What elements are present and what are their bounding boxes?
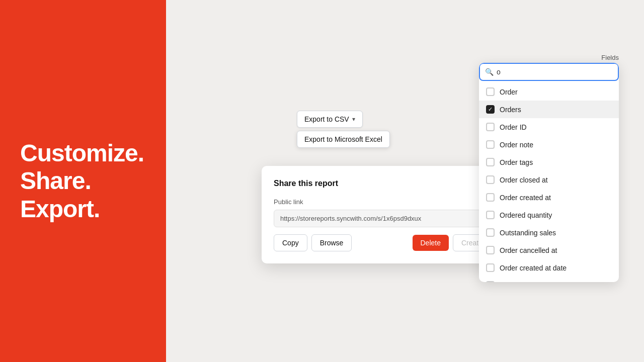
checkbox-outstanding-sales [486, 228, 495, 237]
share-dialog-title: Share this report [274, 179, 338, 188]
checkbox-order-closed-at [486, 175, 495, 184]
search-icon: 🔍 [485, 68, 494, 76]
field-item-order-created-at[interactable]: Order created at [479, 189, 619, 206]
field-label-order-closed-at: Order closed at [500, 176, 548, 184]
headline: Customize. Share. Export. [20, 139, 144, 223]
share-actions: Copy Browse Delete Create [274, 234, 491, 251]
field-label-order: Order [500, 88, 518, 96]
share-dialog-header: Share this report ✕ [274, 178, 491, 189]
share-dialog: Share this report ✕ Public link Copy Bro… [262, 166, 503, 263]
delete-button[interactable]: Delete [413, 235, 449, 251]
fields-panel: 🔍 Order✓OrdersOrder IDOrder noteOrder ta… [479, 63, 619, 282]
field-item-orders[interactable]: ✓Orders [479, 101, 619, 118]
export-csv-label: Export to CSV [304, 115, 349, 123]
checkbox-order-cancelled-at-date [486, 281, 495, 282]
field-item-order-closed-at[interactable]: Order closed at [479, 171, 619, 189]
field-label-order-created-at-date: Order created at date [500, 264, 567, 272]
field-item-order-note[interactable]: Order note [479, 136, 619, 153]
field-item-order[interactable]: Order [479, 83, 619, 101]
field-label-orders: Orders [500, 106, 521, 114]
field-label-outstanding-sales: Outstanding sales [500, 229, 556, 237]
public-link-label: Public link [274, 198, 491, 206]
export-area: Export to CSV ▾ Export to Microsoft Exce… [297, 111, 390, 148]
field-item-ordered-quantity[interactable]: Ordered quantity [479, 206, 619, 224]
export-excel-label: Export to Microsoft Excel [304, 135, 382, 143]
left-panel: Customize. Share. Export. [0, 0, 166, 362]
export-csv-button[interactable]: Export to CSV ▾ [297, 111, 363, 128]
checkbox-order [486, 87, 495, 96]
headline-line1: Customize. [20, 140, 144, 166]
checkbox-orders: ✓ [486, 105, 495, 114]
field-label-order-cancelled-at: Order cancelled at [500, 246, 557, 254]
checkbox-ordered-quantity [486, 211, 495, 219]
field-label-order-tags: Order tags [500, 158, 533, 166]
checkbox-order-id [486, 123, 495, 131]
field-item-order-id[interactable]: Order ID [479, 118, 619, 136]
field-label-order-note: Order note [500, 141, 533, 149]
browse-button[interactable]: Browse [311, 234, 352, 251]
checkbox-order-created-at [486, 193, 495, 202]
checkbox-order-note [486, 140, 495, 149]
field-item-order-cancelled-at[interactable]: Order cancelled at [479, 241, 619, 259]
field-label-ordered-quantity: Ordered quantity [500, 211, 552, 219]
fields-search-input[interactable] [497, 68, 613, 76]
field-label-order-created-at: Order created at [500, 194, 551, 202]
field-item-order-tags[interactable]: Order tags [479, 153, 619, 171]
field-label-order-id: Order ID [500, 123, 527, 131]
export-excel-button[interactable]: Export to Microsoft Excel [297, 131, 390, 148]
field-label-order-cancelled-at-date: Order cancelled at date [500, 282, 573, 283]
link-input[interactable] [274, 210, 491, 227]
fields-search-container: 🔍 [479, 63, 619, 81]
headline-line3: Export. [20, 196, 100, 222]
right-panel: Export to CSV ▾ Export to Microsoft Exce… [166, 0, 644, 362]
field-item-outstanding-sales[interactable]: Outstanding sales [479, 224, 619, 241]
checkbox-order-created-at-date [486, 263, 495, 272]
headline-line2: Share. [20, 167, 91, 194]
fields-list: Order✓OrdersOrder IDOrder noteOrder tags… [479, 81, 619, 282]
checkbox-order-cancelled-at [486, 246, 495, 254]
chevron-down-icon: ▾ [352, 116, 355, 123]
field-item-order-cancelled-at-date[interactable]: Order cancelled at date [479, 277, 619, 282]
field-item-order-created-at-date[interactable]: Order created at date [479, 259, 619, 277]
copy-button[interactable]: Copy [274, 234, 307, 251]
checkbox-order-tags [486, 158, 495, 166]
